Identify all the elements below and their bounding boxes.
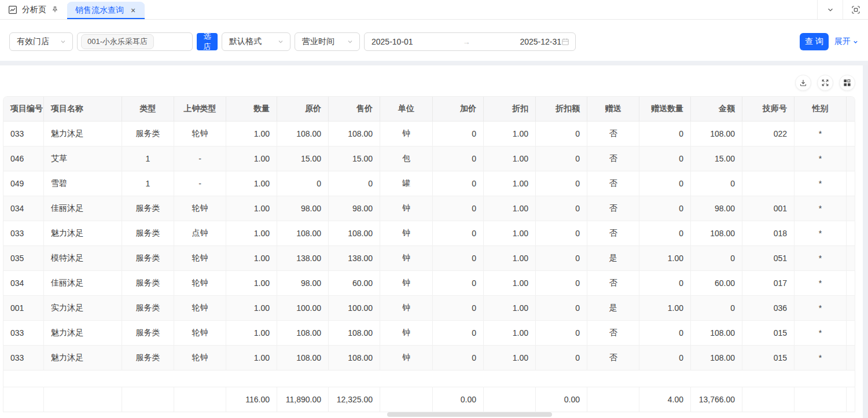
summary-row: 116.0011,890.0012,325.000.000.004.0013,7… <box>3 387 855 412</box>
summary-table: 116.0011,890.0012,325.000.000.004.0013,7… <box>3 387 855 412</box>
chevron-down-icon <box>60 38 67 45</box>
table-cell: 魅力沐足 <box>44 346 122 371</box>
table-cell: 108.00 <box>691 221 742 246</box>
table-cell: 1.00 <box>484 171 536 196</box>
table-cell: * <box>795 346 847 371</box>
table-cell: 0 <box>536 171 587 196</box>
table-cell: 98.00 <box>329 196 380 221</box>
table-cell: 1.00 <box>484 246 536 271</box>
tab-sales-flow-query[interactable]: 销售流水查询 × <box>67 2 145 19</box>
date-end[interactable]: 2025-12-31 <box>520 37 561 46</box>
table-cell: 100.00 <box>329 296 380 321</box>
summary-cell <box>795 387 847 412</box>
table-cell: * <box>795 221 847 246</box>
table-cell: 魅力沐足 <box>44 321 122 346</box>
separator-band <box>0 61 868 65</box>
table-cell: 1.00 <box>484 321 536 346</box>
calendar-icon <box>561 38 569 46</box>
expand-toggle[interactable]: 展开 <box>834 36 859 47</box>
table-cell: 100.00 <box>277 296 329 321</box>
table-cell: 033 <box>3 321 44 346</box>
table-cell: 1.00 <box>226 246 277 271</box>
store-input[interactable]: 001-小永乐采耳店 <box>77 32 193 51</box>
summary-cell <box>484 387 536 412</box>
summary-cell: 11,890.00 <box>277 387 329 412</box>
table-cell: 0 <box>433 171 484 196</box>
format-select[interactable]: 默认格式 <box>222 32 290 51</box>
table-cell: 108.00 <box>329 321 380 346</box>
table-cell: 钟 <box>380 296 433 321</box>
pushpin-icon[interactable] <box>51 6 59 14</box>
table-cell: 0 <box>433 196 484 221</box>
column-header: 折扣 <box>484 97 536 122</box>
table-row: 033魅力沐足服务类轮钟1.00108.00108.00钟01.000否0108… <box>3 346 855 371</box>
table-cell: 0 <box>536 122 587 146</box>
table-cell: 1.00 <box>226 196 277 221</box>
table-cell: 0 <box>639 221 691 246</box>
column-header: 性别 <box>795 97 847 122</box>
table-header-row: 项目编号项目名称类型上钟类型数量原价售价单位加价折扣折扣额赠送赠送数量金额技师号… <box>3 97 855 122</box>
table-cell: 108.00 <box>277 321 329 346</box>
download-button[interactable] <box>795 75 811 91</box>
table-cell: * <box>795 196 847 221</box>
time-type-select[interactable]: 营业时间 <box>295 32 360 51</box>
table-cell: 魅力沐足 <box>44 122 122 146</box>
table-cell: 0 <box>433 221 484 246</box>
table-cell: 0 <box>639 122 691 146</box>
table-cell: 1.00 <box>226 321 277 346</box>
date-start[interactable]: 2025-10-01 <box>372 37 413 46</box>
table-cell: 钟 <box>380 246 433 271</box>
column-header: 金额 <box>691 97 742 122</box>
table-cell: 1.00 <box>639 296 691 321</box>
table-cell: 033 <box>3 346 44 371</box>
summary-cell <box>3 387 44 412</box>
topbar: 分析页 销售流水查询 × <box>0 0 868 20</box>
table-cell: 1 <box>122 171 174 196</box>
column-header: 折扣额 <box>536 97 587 122</box>
store-type-value: 有效门店 <box>17 36 49 47</box>
tab-close-icon[interactable]: × <box>130 5 137 16</box>
table-cell: 1.00 <box>484 346 536 371</box>
column-settings-grid-icon <box>843 79 851 87</box>
table-cell: 015 <box>742 321 795 346</box>
vertical-scrollbar[interactable] <box>863 65 868 418</box>
query-button[interactable]: 查 询 <box>800 33 829 50</box>
table-cell: 0 <box>536 296 587 321</box>
table-cell: 138.00 <box>329 246 380 271</box>
line-chart-icon <box>8 5 17 14</box>
date-range-picker[interactable]: 2025-10-01 → 2025-12-31 <box>364 32 576 51</box>
analysis-page-label[interactable]: 分析页 <box>22 5 46 15</box>
table-cell: 否 <box>587 321 639 346</box>
table-cell: 轮钟 <box>174 122 226 146</box>
expand-label: 展开 <box>834 36 851 47</box>
table-cell: 0 <box>639 146 691 171</box>
table-cell: 0 <box>536 271 587 296</box>
table-cell: 108.00 <box>329 122 380 146</box>
table-cell: 108.00 <box>277 346 329 371</box>
table-cell: 034 <box>3 271 44 296</box>
table-cell <box>847 321 855 346</box>
table-cell: 1.00 <box>226 271 277 296</box>
table-cell: 服务类 <box>122 196 174 221</box>
focus-mode-button[interactable] <box>843 0 868 19</box>
fullscreen-button[interactable] <box>817 75 833 91</box>
table-cell: 钟 <box>380 122 433 146</box>
chevron-down-icon <box>826 6 834 14</box>
column-settings-button[interactable] <box>839 75 855 91</box>
table-cell: 1.00 <box>484 146 536 171</box>
table-cell: 否 <box>587 196 639 221</box>
horizontal-scrollbar[interactable] <box>3 412 855 417</box>
tabs-dropdown-button[interactable] <box>817 0 843 19</box>
table-cell: 否 <box>587 271 639 296</box>
table-cell: 001 <box>3 296 44 321</box>
select-store-button[interactable]: 选店 <box>197 33 218 50</box>
summary-cell <box>742 387 795 412</box>
horizontal-scrollbar-thumb[interactable] <box>387 412 552 417</box>
table-cell: 033 <box>3 221 44 246</box>
table-cell: 1.00 <box>484 196 536 221</box>
store-type-select[interactable]: 有效门店 <box>9 32 73 51</box>
table-cell: 佳丽沐足 <box>44 196 122 221</box>
table-cell: 98.00 <box>691 196 742 221</box>
table-cell: 轮钟 <box>174 196 226 221</box>
column-header: 售价 <box>329 97 380 122</box>
